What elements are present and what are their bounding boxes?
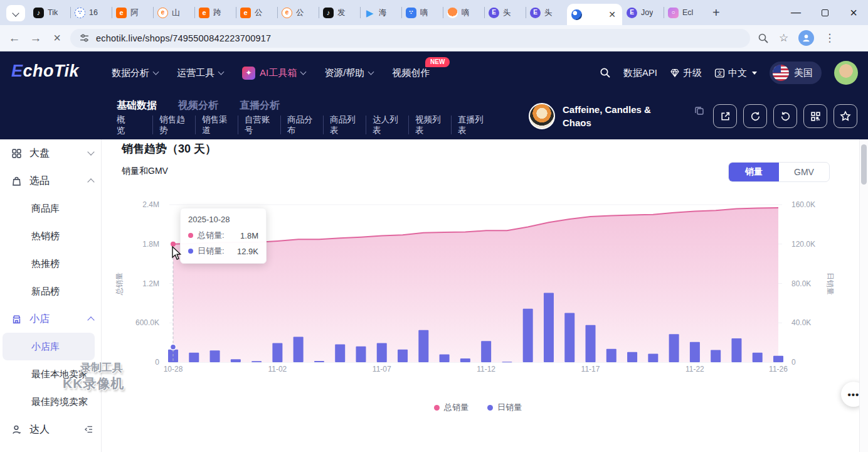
tooltip-series-label: 总销量:	[198, 230, 225, 241]
maximize-button[interactable]	[810, 0, 839, 25]
purple-bulb-icon: ○	[668, 8, 679, 18]
menu-item-sales-trend[interactable]: 销售趋势	[159, 114, 191, 136]
zoom-icon[interactable]	[758, 33, 769, 44]
sidebar-item-hot-promo-rank[interactable]: 热推榜	[0, 250, 101, 277]
chevron-down-icon	[12, 9, 19, 16]
blue-bird-icon: ▶	[364, 8, 375, 18]
sidebar-item-label: 大盘	[29, 147, 50, 160]
svg-text:总销量: 总销量	[115, 272, 124, 296]
legend-dot-icon	[434, 405, 440, 411]
maximize-icon	[822, 9, 828, 16]
history-button[interactable]	[773, 104, 797, 128]
site-settings-icon[interactable]	[79, 33, 90, 43]
sidebar-item-new-product-rank[interactable]: 新品榜	[0, 277, 101, 305]
browser-tab-orange-1[interactable]: e阿	[112, 0, 153, 25]
nav-item-label: AI工具箱	[260, 67, 297, 79]
browser-tab-fox[interactable]: 嘀	[443, 0, 484, 25]
tab-video-analysis[interactable]: 视频分析	[178, 99, 218, 112]
browser-tab-tiktok-1[interactable]: ♪Tik	[29, 0, 70, 25]
minimize-button[interactable]: —	[781, 0, 810, 25]
new-tab-button[interactable]: +	[705, 6, 728, 25]
browser-tab-circle-1[interactable]: e山	[153, 0, 194, 25]
refresh-data-button[interactable]	[743, 104, 767, 128]
menu-item-label: 销售渠	[202, 114, 234, 125]
favorite-shop-button[interactable]	[834, 104, 857, 128]
browser-tab-joy[interactable]: EJoy	[622, 0, 664, 25]
toggle-sales-volume[interactable]: 销量	[729, 163, 779, 181]
legend-item-total-sales[interactable]: 总销量	[434, 402, 468, 413]
back-button[interactable]: ←	[4, 31, 25, 45]
menu-item-live-list[interactable]: 直播列表	[458, 114, 490, 136]
sidebar-item-hot-sales-rank[interactable]: 热销榜	[0, 222, 101, 250]
sidebar-item-shops[interactable]: 小店	[0, 305, 101, 333]
nav-item-resources-help[interactable]: 资源/帮助	[324, 67, 373, 79]
menu-item-product-list[interactable]: 商品列表	[330, 114, 362, 136]
browser-tab-toutiao-1[interactable]: E头	[484, 0, 526, 25]
sidebar-item-shop-library[interactable]: 小店库	[3, 333, 95, 360]
menu-item-self-accounts[interactable]: 自营账号	[245, 114, 277, 136]
tab-live-analysis[interactable]: 直播分析	[240, 99, 280, 112]
search-icon[interactable]	[600, 67, 611, 78]
nav-item-video-creation[interactable]: 视频创作NEW	[392, 67, 430, 79]
browser-tab-tiktok-2[interactable]: ♪发	[319, 0, 360, 25]
copy-icon[interactable]	[694, 105, 704, 116]
tab-search-button[interactable]	[6, 5, 25, 21]
tooltip-series-label: 日销量:	[198, 245, 225, 257]
nav-item-operation-tools[interactable]: 运营工具	[177, 67, 223, 79]
echotik-logo[interactable]: EchoTik	[11, 62, 79, 81]
shop-info: Caffeine, Candles & Chaos	[529, 103, 704, 129]
browser-tab-orange-2[interactable]: e跨	[194, 0, 236, 25]
menu-item-label: 表	[330, 125, 362, 136]
forward-button[interactable]: →	[25, 31, 46, 45]
open-shop-external-button[interactable]	[713, 104, 737, 128]
menu-item-sales-channel[interactable]: 销售渠道	[202, 114, 234, 136]
browser-tab-paw-blue[interactable]: ∵嘀	[401, 0, 443, 25]
browser-tab-ecl[interactable]: ○Ecl	[664, 0, 705, 25]
toggle-gmv[interactable]: GMV	[779, 163, 829, 181]
qr-code-button[interactable]	[803, 104, 827, 128]
tab-label: Tik	[48, 8, 58, 17]
browser-tab-bird[interactable]: ▶海	[360, 0, 401, 25]
menu-item-overview[interactable]: 概览	[117, 114, 149, 136]
user-avatar[interactable]	[834, 61, 858, 85]
shop-name: Caffeine, Candles & Chaos	[563, 103, 657, 129]
sidebar-item-creators[interactable]: 达人	[0, 416, 101, 443]
data-api-link[interactable]: 数据API	[623, 67, 657, 79]
browser-profile-avatar[interactable]	[798, 30, 814, 46]
nav-item-label: 资源/帮助	[324, 67, 364, 79]
scrollbar-thumb[interactable]	[861, 144, 867, 185]
nav-item-ai-toolbox[interactable]: ✦AI工具箱	[242, 67, 305, 80]
globe-icon	[571, 9, 582, 20]
browser-tab-circle-2[interactable]: e公	[277, 0, 319, 25]
menu-item-product-distribution[interactable]: 商品分布	[287, 114, 319, 136]
menu-item-video-list[interactable]: 视频列表	[415, 114, 447, 136]
svg-text:2.4M: 2.4M	[142, 200, 159, 209]
upgrade-link[interactable]: 升级	[670, 67, 702, 79]
browser-menu-icon[interactable]: ⋮	[824, 31, 835, 45]
toolbar-right: ☆ ⋮	[758, 30, 835, 46]
close-window-button[interactable]: ×	[839, 0, 868, 25]
browser-tab-toutiao-2[interactable]: E头	[526, 0, 567, 25]
stop-loading-button[interactable]: ×	[46, 31, 68, 45]
nav-item-data-analysis[interactable]: 数据分析	[112, 67, 158, 79]
bookmark-star-icon[interactable]: ☆	[779, 31, 788, 45]
menu-separator	[408, 116, 409, 134]
language-selector[interactable]: 文 中文	[714, 67, 757, 79]
tab-close-icon[interactable]: ✕	[606, 9, 618, 19]
tab-basic-data[interactable]: 基础数据	[117, 99, 157, 112]
legend-item-daily-sales[interactable]: 日销量	[487, 402, 522, 413]
tab-label: 头	[503, 8, 511, 18]
menu-item-creator-list[interactable]: 达人列表	[373, 114, 405, 136]
sidebar-item-product-library[interactable]: 商品库	[0, 195, 101, 222]
browser-tab-echotik-active[interactable]: ✕	[567, 4, 622, 25]
sidebar-item-dashboard[interactable]: 大盘	[0, 139, 101, 167]
sidebar-item-product-selection[interactable]: 选品	[0, 167, 101, 195]
browser-tab-paw-dashed[interactable]: ∵16	[70, 0, 112, 25]
sidebar-item-label: 新品榜	[31, 286, 60, 298]
collapse-sidebar-button[interactable]	[83, 424, 93, 434]
address-bar[interactable]: echotik.live/shops/7495500842223700917	[70, 29, 750, 48]
scrollbar-track[interactable]	[859, 139, 868, 452]
browser-tab-orange-3[interactable]: e公	[236, 0, 277, 25]
region-selector[interactable]: 美国	[770, 62, 822, 84]
menu-item-label: 自营账	[245, 114, 277, 125]
